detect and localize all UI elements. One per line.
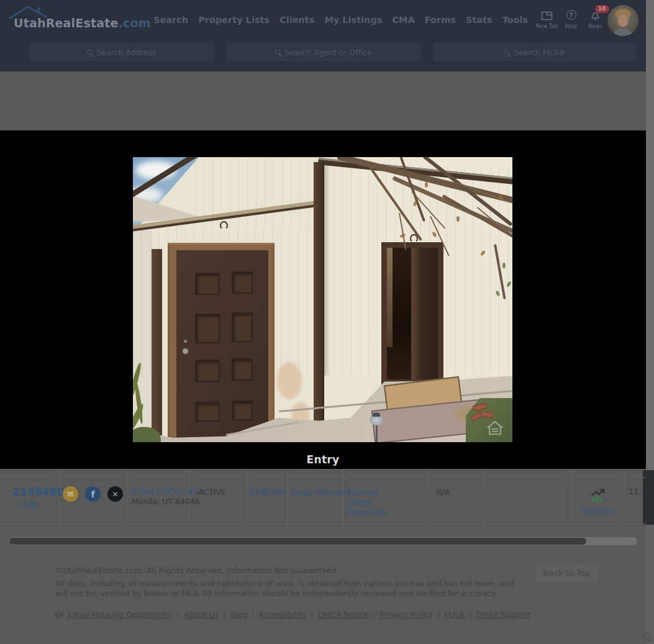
news-badge: 10	[595, 5, 609, 13]
dried-leaf	[456, 216, 460, 222]
back-to-top-button[interactable]: Back to Top	[535, 564, 598, 582]
email-icon: ✉	[67, 489, 74, 499]
share-buttons: ✉ f ✕	[63, 486, 123, 502]
site-logo-text: UtahRealEstate.com	[14, 16, 151, 30]
nav-item-cma[interactable]: CMA	[392, 15, 414, 25]
mls-number-link[interactable]: 2149490	[12, 486, 64, 498]
statistics-button[interactable]: Statistics	[571, 488, 624, 515]
footer-link-eula[interactable]: EULA	[444, 610, 465, 619]
edit-listing-button[interactable]: ✎ Edit	[15, 501, 38, 509]
news-label: News	[588, 23, 602, 29]
nav-item-search[interactable]: Search	[153, 15, 188, 25]
vertical-scrollbar-track-lower[interactable]	[646, 525, 654, 644]
search-agent-placeholder: Search Agent or Office	[284, 48, 372, 57]
help-icon: ?	[566, 9, 576, 20]
column-divider	[343, 470, 343, 524]
news-button[interactable]: 10 News	[583, 9, 607, 29]
listings-table: 2149490 ✎ Edit ✉ f ✕ 9 Red Cliff Cir #17…	[0, 470, 646, 525]
horizontal-scrollbar-track[interactable]	[9, 537, 637, 545]
footer: ©UtahRealEstate.com. All Rights Reserved…	[0, 559, 646, 644]
news-bell-icon: 10	[590, 9, 601, 20]
equal-housing-icon	[643, 632, 652, 643]
photo-corner-trim	[152, 249, 162, 435]
row-divider	[0, 524, 646, 524]
footer-links: Equal Housing Opportunity | About Us | B…	[55, 610, 530, 619]
new-tab-label: New Tab	[536, 23, 558, 29]
separator: |	[177, 610, 179, 619]
listing-price-link[interactable]: $799,900	[249, 488, 286, 497]
footer-link-equal-housing[interactable]: Equal Housing Opportunity	[68, 610, 173, 619]
address-link[interactable]: 9 Red Cliff Cir #17	[132, 487, 204, 497]
page: UtahRealEstate.com Search Property Lists…	[0, 0, 654, 644]
email-share-button[interactable]: ✉	[63, 486, 78, 502]
x-icon: ✕	[112, 490, 118, 499]
nav-item-forms[interactable]: Forms	[425, 15, 456, 25]
nav-item-clients[interactable]: Clients	[279, 15, 314, 25]
downspout	[314, 162, 324, 429]
listing-status: ACTIVE	[198, 488, 226, 497]
downspout-shadow	[324, 165, 330, 376]
search-agent-office-input[interactable]: Search Agent or Office	[226, 43, 421, 61]
row-divider	[0, 477, 646, 478]
green-leaf	[502, 263, 506, 268]
na-value: N/A	[436, 488, 450, 497]
nav-item-my-listings[interactable]: My Listings	[324, 15, 382, 25]
nav-item-stats[interactable]: Stats	[466, 15, 493, 25]
top-navbar: UtahRealEstate.com Search Property Lists…	[0, 0, 646, 71]
search-icon	[275, 50, 280, 55]
yard-light-cap	[373, 412, 380, 417]
separator: |	[311, 610, 313, 619]
peeling-paint	[277, 362, 302, 399]
search-icon	[87, 50, 92, 55]
footer-link-about-us[interactable]: About Us	[184, 610, 219, 619]
views-count-partial: 11,	[629, 487, 642, 496]
nav-item-tools[interactable]: Tools	[502, 15, 529, 25]
new-tab-icon	[541, 9, 553, 20]
listing-address: 9 Red Cliff Cir #17 Manila, UT 84046	[132, 487, 204, 506]
horizontal-scrollbar-thumb[interactable]	[9, 538, 586, 545]
help-label: Help	[565, 23, 577, 29]
office-link[interactable]: Flaming Gorge Properties	[347, 488, 401, 517]
logo-com-suffix: .com	[119, 16, 151, 30]
footer-link-blog[interactable]: Blog	[230, 610, 248, 619]
vertical-scrollbar-track[interactable]	[646, 0, 654, 470]
column-divider	[429, 470, 429, 524]
column-divider	[127, 470, 128, 524]
address-city: Manila, UT 84046	[132, 497, 204, 507]
new-tab-button[interactable]: New Tab	[535, 9, 559, 29]
statistics-label: Statistics	[571, 507, 624, 515]
help-button[interactable]: ? Help	[559, 9, 583, 29]
dried-leaf	[425, 182, 428, 188]
column-divider	[247, 470, 247, 524]
statistics-chart-icon	[589, 488, 606, 503]
copyright-text: ©UtahRealEstate.com. All Rights Reserved…	[55, 566, 339, 575]
doorway-lit-edge	[387, 248, 393, 347]
search-icon	[504, 50, 509, 55]
yard-light-stem	[376, 424, 378, 442]
separator: |	[223, 610, 225, 619]
footer-link-privacy[interactable]: Privacy Policy	[380, 610, 433, 619]
search-mls-input[interactable]: Search MLS#	[433, 43, 637, 61]
facebook-share-button[interactable]: f	[85, 486, 101, 502]
edit-icon: ✎	[15, 501, 21, 509]
nav-item-property-lists[interactable]: Property Lists	[198, 15, 270, 25]
footer-link-dmca[interactable]: DMCA Notice	[318, 610, 369, 619]
user-avatar[interactable]	[607, 5, 638, 36]
footer-link-email-support[interactable]: Email Support	[476, 610, 530, 619]
separator: |	[252, 610, 254, 619]
column-divider	[288, 470, 288, 524]
photo-caption: Entry	[0, 453, 646, 466]
photo-lightbox: Entry	[0, 130, 646, 469]
footer-link-accessibility[interactable]: Accessibility	[259, 610, 307, 619]
site-logo[interactable]: UtahRealEstate.com	[7, 5, 119, 34]
quick-actions: New Tab ? Help 10 News	[535, 9, 607, 29]
door-knob	[183, 348, 188, 354]
x-share-button[interactable]: ✕	[107, 486, 123, 502]
search-address-input[interactable]: Search Address	[29, 43, 214, 61]
agent-link[interactable]: Linda Petersen	[291, 488, 349, 497]
equal-housing-icon	[55, 610, 63, 619]
equal-housing-watermark-icon	[487, 420, 503, 438]
listing-photo[interactable]	[133, 157, 512, 442]
main-menu: Search Property Lists Clients My Listing…	[153, 15, 528, 25]
horseshoe	[220, 221, 228, 230]
